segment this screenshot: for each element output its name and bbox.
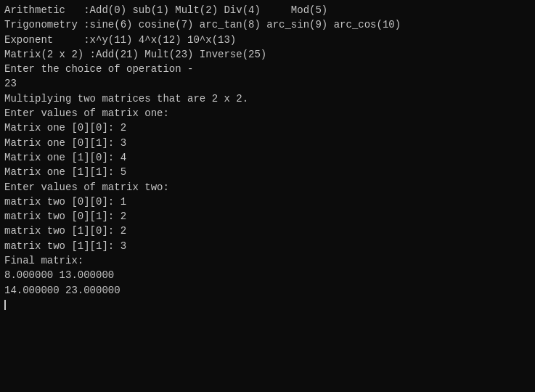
terminal-line: 23 [4, 76, 531, 91]
terminal-line: Arithmetic :Add(0) sub(1) Mult(2) Div(4)… [4, 3, 531, 17]
terminal-line: Matrix one [1][0]: 4 [4, 150, 531, 165]
terminal-line: Enter values of matrix one: [4, 106, 531, 121]
terminal-line: Matrix one [1][1]: 5 [4, 165, 531, 179]
terminal-line: Matrix one [0][1]: 3 [4, 136, 531, 150]
terminal-line: Matrix(2 x 2) :Add(21) Mult(23) Inverse(… [4, 47, 531, 62]
terminal-line: Enter values of matrix two: [4, 180, 531, 195]
text-cursor [4, 300, 6, 310]
terminal-line: 14.000000 23.000000 [4, 283, 531, 298]
terminal-line: 8.000000 13.000000 [4, 268, 531, 282]
terminal-line: matrix two [0][1]: 2 [4, 209, 531, 224]
terminal-line: Matrix one [0][0]: 2 [4, 121, 531, 135]
terminal-line: Final matrix: [4, 253, 531, 268]
terminal-line: matrix two [1][1]: 3 [4, 239, 531, 253]
terminal-line: Trigonometry :sine(6) cosine(7) arc_tan(… [4, 17, 531, 32]
terminal-line: Multiplying two matrices that are 2 x 2. [4, 91, 531, 106]
cursor-line [4, 298, 531, 312]
terminal-line: Enter the choice of operation - [4, 62, 531, 76]
terminal-line: Exponent :x^y(11) 4^x(12) 10^x(13) [4, 33, 531, 47]
terminal-window[interactable]: Arithmetic :Add(0) sub(1) Mult(2) Div(4)… [0, 0, 535, 392]
terminal-line: matrix two [0][0]: 1 [4, 195, 531, 209]
terminal-line: matrix two [1][0]: 2 [4, 224, 531, 238]
